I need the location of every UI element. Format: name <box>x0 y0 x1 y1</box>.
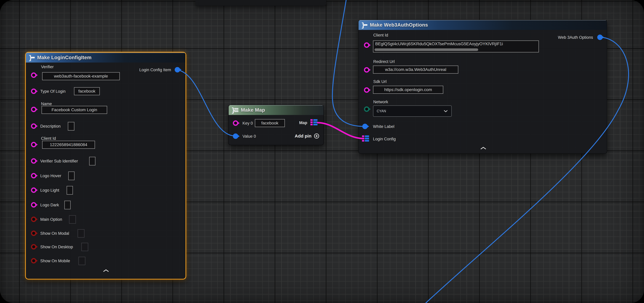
add-pin-label: Add pin <box>295 134 312 138</box>
input-pin-logo-light[interactable] <box>31 188 36 193</box>
pin-label-login-config: Login Config <box>373 137 396 142</box>
show-on-mobile-checkbox[interactable] <box>78 257 86 265</box>
pin-label-redirect-url: Redirect Url <box>373 59 395 64</box>
show-on-desktop-checkbox[interactable] <box>81 243 88 251</box>
pin-label-map: Map <box>299 120 307 125</box>
input-pin-description[interactable] <box>31 124 36 129</box>
pin-label-name: Name <box>41 102 52 106</box>
input-pin-client-id[interactable] <box>364 42 369 48</box>
input-pin-network[interactable] <box>364 106 369 112</box>
pin-label-show-on-desktop: Show On Desktop <box>40 245 73 249</box>
pin-label-logo-light: Logo Light <box>40 188 59 193</box>
logo-hover-field[interactable] <box>68 172 74 180</box>
key0-field[interactable]: facebook <box>255 119 285 127</box>
node-make-loginconfigitem[interactable]: } Make LoginConfigItem Login Config Item… <box>25 52 186 280</box>
node-title: Make Map <box>241 107 265 113</box>
input-pin-name[interactable] <box>31 107 36 112</box>
make-struct-icon: } <box>362 22 368 28</box>
collapse-node-button[interactable] <box>102 269 110 273</box>
verifier-field[interactable]: web3auth-facebook-example <box>42 72 120 80</box>
pin-label-white-label: White Label <box>373 124 394 129</box>
show-on-modal-checkbox[interactable] <box>78 229 84 238</box>
pin-label-verifier: Verifier <box>41 65 54 69</box>
output-pin-map[interactable] <box>310 119 318 125</box>
chevron-down-icon <box>444 110 448 112</box>
pin-label-value0: Value 0 <box>242 134 256 139</box>
add-pin-button[interactable]: Add pin <box>295 133 320 139</box>
type-of-login-field[interactable]: facebook <box>74 87 100 95</box>
pin-label-sdk-url: Sdk Url <box>373 79 387 84</box>
input-pin-sdk-url[interactable] <box>364 87 369 93</box>
pin-label-login-config-item: Login Config Item <box>139 68 171 72</box>
input-pin-main-option[interactable] <box>31 216 36 222</box>
node-header: } Make LoginConfigItem <box>26 52 186 62</box>
client-id-field[interactable]: 1222658941886084 <box>42 141 95 149</box>
node-header: } Make Web3AuthOptions <box>358 20 607 30</box>
input-pin-redirect-url[interactable] <box>364 67 369 72</box>
input-pin-client-id[interactable] <box>31 142 36 147</box>
pin-label-key0: Key 0 <box>242 121 253 126</box>
wire-map-to-loginconfig[interactable] <box>318 123 364 138</box>
input-pin-verifier[interactable] <box>31 72 36 78</box>
pin-label-show-on-mobile: Show On Mobile <box>40 259 70 263</box>
input-pin-logo-dark[interactable] <box>31 202 36 208</box>
input-pin-show-on-modal[interactable] <box>31 230 36 236</box>
pin-label-client-id: Client Id <box>41 136 56 141</box>
make-struct-icon: } <box>29 54 35 60</box>
redirect-url-field[interactable]: w3a://com.w3a.Web3AuthUnreal <box>373 66 458 74</box>
pin-label-logo-dark: Logo Dark <box>40 203 59 208</box>
main-option-checkbox[interactable] <box>69 215 76 224</box>
sdk-url-field[interactable]: https://sdk.openlogin.com <box>373 86 443 94</box>
pin-label-logo-hover: Logo Hover <box>40 174 61 178</box>
pin-label-main-option: Main Option <box>40 217 62 222</box>
node-title: Make LoginConfigItem <box>37 55 92 60</box>
client-id-field-scrollbar[interactable] <box>374 48 478 51</box>
network-dropdown-value: CYAN <box>377 109 386 113</box>
pin-label-web3auth-options: Web 3Auth Options <box>558 35 593 40</box>
verifier-sub-identifier-field[interactable] <box>89 157 96 166</box>
input-pin-key0[interactable] <box>233 120 238 126</box>
node-make-web3authoptions[interactable]: } Make Web3AuthOptions Web 3Auth Options… <box>358 20 607 154</box>
pin-label-description: Description <box>40 124 60 129</box>
blueprint-graph-canvas[interactable]: } Make LoginConfigItem Login Config Item… <box>0 0 644 303</box>
logo-light-field[interactable] <box>66 186 73 195</box>
pin-label-type-of-login: Type Of Login <box>40 89 66 94</box>
input-pin-show-on-desktop[interactable] <box>31 244 36 250</box>
partial-node-top[interactable] <box>196 0 326 6</box>
network-dropdown[interactable]: CYAN <box>373 105 452 117</box>
input-pin-show-on-mobile[interactable] <box>31 258 36 264</box>
input-pin-logo-hover[interactable] <box>31 173 36 178</box>
pin-label-network: Network <box>373 100 388 104</box>
node-make-map[interactable]: } Make Map Key 0 facebook Map Value 0 Ad… <box>228 105 324 145</box>
plus-circle-icon <box>314 133 320 139</box>
pin-label-show-on-modal: Show On Modal <box>40 231 69 236</box>
input-pin-verifier-sub-identifier[interactable] <box>31 158 36 164</box>
make-map-icon: } <box>232 107 238 113</box>
name-field[interactable]: Facebook Custom Login <box>42 106 107 114</box>
node-header: } Make Map <box>229 105 324 115</box>
logo-dark-field[interactable] <box>64 201 71 209</box>
pin-label-verifier-sub-identifier: Verifier Sub Identifier <box>40 159 78 164</box>
pin-label-client-id: Client Id <box>373 33 388 38</box>
input-pin-type-of-login[interactable] <box>31 88 36 94</box>
node-title: Make Web3AuthOptions <box>370 22 428 28</box>
collapse-node-button[interactable] <box>480 146 487 151</box>
description-field[interactable] <box>68 122 74 130</box>
